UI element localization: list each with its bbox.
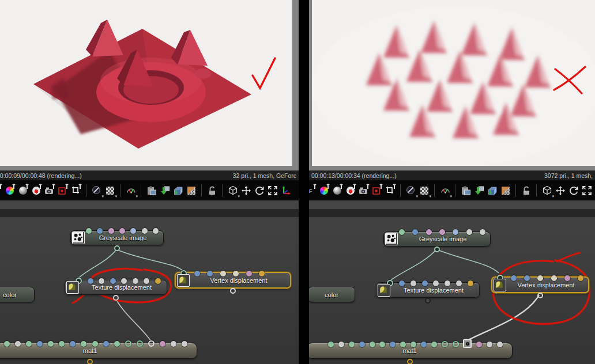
render-viewport-left[interactable] — [0, 0, 292, 166]
displacement-icon — [177, 274, 190, 287]
status-bar-right: 00:00:13/00:00:34 (rendering...) 3072 pr… — [309, 170, 595, 180]
node-graph-left[interactable]: Greyscale image Texture displacement Ver… — [0, 217, 299, 364]
crop-region-picker-icon[interactable] — [385, 183, 396, 198]
white-balance-picker-icon[interactable] — [318, 183, 329, 198]
svg-text:AF: AF — [309, 188, 312, 194]
node-greyscale-image[interactable]: Greyscale image — [383, 232, 491, 247]
priority-gauge-menu-icon[interactable]: ▾ — [125, 183, 136, 198]
status-bar-left: 00:00:09/00:00:48 (rendering...) 32 pri.… — [0, 170, 299, 180]
render-stats: 3072 pri., 1 mesh, — [544, 172, 593, 179]
node-label: Vertex displacement — [190, 273, 288, 287]
node-color[interactable]: color — [309, 287, 355, 302]
viewport-frame-left — [0, 0, 299, 170]
crop-region-picker-icon[interactable] — [70, 183, 81, 198]
image-alpha-toggle-icon[interactable] — [186, 183, 197, 198]
copy-clipboard-icon[interactable] — [146, 183, 157, 198]
output-pin[interactable] — [87, 359, 93, 364]
checkerboard-menu-icon[interactable]: ▾ — [419, 183, 430, 198]
checkerboard-menu-icon[interactable]: ▾ — [104, 183, 115, 198]
node-label: Vertex displacement — [506, 278, 586, 292]
save-image-icon[interactable] — [473, 183, 484, 198]
lock-open-icon[interactable] — [206, 183, 217, 198]
toolbar-divider — [455, 184, 455, 197]
node-mat1[interactable]: mat1 — [0, 343, 197, 359]
graph-header-strip — [309, 209, 595, 217]
node-color[interactable]: color — [0, 287, 35, 302]
screen: 00:00:09/00:00:48 (rendering...) 32 pri.… — [0, 0, 595, 364]
toolbar-divider — [141, 184, 141, 197]
node-label: color — [311, 287, 352, 302]
af-picker-icon[interactable]: AF — [0, 183, 2, 198]
approval-check-annotation — [248, 55, 283, 94]
ink-drop-picker-icon[interactable] — [31, 183, 42, 198]
layer-stack-icon[interactable] — [487, 183, 498, 198]
camera-picker-icon[interactable] — [44, 183, 55, 198]
white-balance-picker-icon[interactable] — [4, 183, 15, 198]
toolbar-divider — [434, 184, 435, 197]
node-label: color — [0, 287, 32, 302]
render-region-picker-icon[interactable] — [57, 183, 68, 198]
material-ball-picker-icon[interactable] — [17, 183, 28, 198]
render-session-left: 00:00:09/00:00:48 (rendering...) 32 pri.… — [0, 0, 299, 364]
node-label: Greyscale image — [85, 231, 161, 245]
greyscale-image-icon — [385, 233, 398, 245]
layer-stack-icon[interactable] — [172, 183, 183, 198]
node-graph-right[interactable]: Greyscale image Texture displacement Ver… — [309, 217, 595, 364]
image-alpha-toggle-icon[interactable] — [500, 183, 511, 198]
displacement-icon — [494, 279, 506, 291]
render-viewport-right[interactable] — [312, 0, 595, 166]
ink-drop-picker-icon[interactable] — [345, 183, 356, 198]
orbit-view-icon[interactable] — [254, 183, 265, 198]
displacement-icon — [66, 281, 79, 294]
axis-gizmo-icon[interactable] — [280, 183, 291, 198]
render-time-progress: 00:00:09/00:00:48 (rendering...) — [0, 172, 82, 179]
toolbar-divider — [400, 184, 401, 197]
node-label: mat1 — [0, 343, 194, 358]
node-texture-displacement[interactable]: Texture displacement — [65, 280, 167, 295]
cube-view-menu-icon[interactable]: ▾ — [227, 183, 238, 198]
pan-view-icon[interactable] — [240, 183, 251, 198]
zoom-lens-menu-icon[interactable]: ▾ — [91, 183, 102, 198]
rejection-cross-annotation — [551, 60, 590, 100]
node-vertex-displacement[interactable]: Vertex displacement — [175, 272, 291, 289]
displacement-icon — [378, 284, 390, 297]
render-time-progress: 00:00:13/00:00:34 (rendering...) — [311, 172, 397, 179]
toolbar-divider — [536, 184, 537, 197]
node-label: Texture displacement — [390, 283, 477, 297]
af-picker-icon[interactable]: AF — [309, 183, 316, 198]
node-texture-displacement[interactable]: Texture displacement — [376, 282, 480, 298]
output-pin[interactable] — [537, 293, 543, 298]
cube-view-menu-icon[interactable]: ▾ — [541, 183, 552, 198]
output-pin[interactable] — [114, 245, 120, 251]
lock-open-icon[interactable] — [521, 183, 532, 198]
toolbar-divider — [515, 184, 516, 197]
material-ball-picker-icon[interactable] — [332, 183, 342, 198]
render-region-picker-icon[interactable] — [371, 183, 382, 198]
node-label: Greyscale image — [398, 232, 488, 246]
panel-divider — [299, 0, 309, 364]
node-greyscale-image[interactable]: Greyscale image — [70, 230, 164, 245]
fit-view-icon[interactable] — [581, 183, 592, 198]
viewport-toolbar-left: AF▾▾▾▾ — [0, 180, 299, 200]
output-pin[interactable] — [113, 295, 119, 301]
camera-picker-icon[interactable] — [358, 183, 369, 198]
orbit-view-icon[interactable] — [568, 183, 579, 198]
node-label: mat1 — [310, 343, 510, 358]
viewport-toolbar-right: AF▾▾▾▾ — [309, 180, 595, 200]
output-pin[interactable] — [425, 298, 431, 304]
toolbar-divider — [86, 184, 86, 197]
output-pin[interactable] — [434, 247, 440, 252]
output-pin[interactable] — [230, 288, 236, 294]
copy-clipboard-icon[interactable] — [460, 183, 471, 198]
save-image-icon[interactable] — [159, 183, 170, 198]
node-mat1[interactable]: mat1 — [309, 343, 513, 359]
fit-view-icon[interactable] — [267, 183, 278, 198]
zoom-lens-menu-icon[interactable]: ▾ — [405, 183, 416, 198]
toolbar-divider — [120, 184, 120, 197]
priority-gauge-menu-icon[interactable]: ▾ — [439, 183, 450, 198]
node-vertex-displacement[interactable]: Vertex displacement — [491, 276, 589, 293]
toolbar-divider — [201, 184, 202, 197]
pan-view-icon[interactable] — [555, 183, 566, 198]
output-pin[interactable] — [407, 359, 413, 364]
toolbar-lower-strip — [0, 200, 299, 209]
